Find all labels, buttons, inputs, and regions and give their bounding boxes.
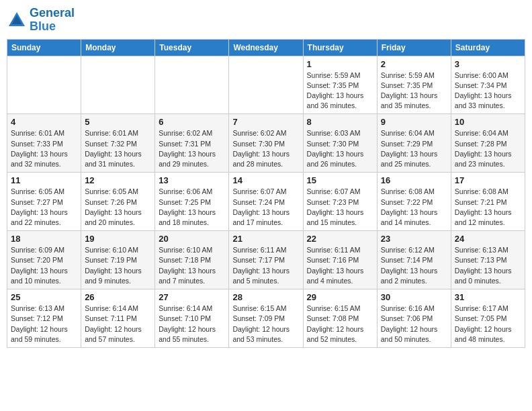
- calendar-cell: 19Sunrise: 6:10 AM Sunset: 7:19 PM Dayli…: [81, 231, 155, 289]
- day-info: Sunrise: 6:07 AM Sunset: 7:24 PM Dayligh…: [232, 187, 299, 228]
- calendar-cell: 6Sunrise: 6:02 AM Sunset: 7:31 PM Daylig…: [155, 114, 229, 173]
- calendar-week-2: 4Sunrise: 6:01 AM Sunset: 7:33 PM Daylig…: [7, 114, 525, 173]
- day-number: 16: [381, 175, 447, 185]
- day-number: 2: [381, 59, 447, 69]
- calendar-cell: 17Sunrise: 6:08 AM Sunset: 7:21 PM Dayli…: [451, 173, 525, 231]
- calendar-cell: 12Sunrise: 6:05 AM Sunset: 7:26 PM Dayli…: [81, 173, 155, 231]
- day-number: 12: [85, 175, 151, 185]
- calendar-week-5: 25Sunrise: 6:13 AM Sunset: 7:12 PM Dayli…: [7, 289, 525, 348]
- day-info: Sunrise: 6:01 AM Sunset: 7:33 PM Dayligh…: [11, 128, 77, 169]
- day-info: Sunrise: 6:05 AM Sunset: 7:27 PM Dayligh…: [11, 187, 77, 228]
- calendar-cell: 1Sunrise: 5:59 AM Sunset: 7:35 PM Daylig…: [303, 56, 377, 114]
- day-number: 21: [232, 234, 299, 244]
- day-number: 22: [307, 234, 373, 244]
- day-info: Sunrise: 6:10 AM Sunset: 7:18 PM Dayligh…: [159, 245, 225, 286]
- day-info: Sunrise: 6:14 AM Sunset: 7:11 PM Dayligh…: [85, 304, 151, 345]
- day-number: 20: [159, 234, 225, 244]
- day-info: Sunrise: 6:08 AM Sunset: 7:22 PM Dayligh…: [381, 187, 447, 228]
- day-number: 27: [159, 292, 225, 302]
- day-info: Sunrise: 6:13 AM Sunset: 7:12 PM Dayligh…: [11, 304, 77, 345]
- day-info: Sunrise: 6:02 AM Sunset: 7:30 PM Dayligh…: [232, 128, 299, 169]
- day-header-wednesday: Wednesday: [229, 39, 303, 56]
- day-header-sunday: Sunday: [7, 39, 81, 56]
- day-number: 9: [381, 117, 447, 127]
- day-number: 25: [11, 292, 77, 302]
- day-info: Sunrise: 5:59 AM Sunset: 7:35 PM Dayligh…: [381, 71, 447, 111]
- day-info: Sunrise: 6:01 AM Sunset: 7:32 PM Dayligh…: [85, 128, 151, 169]
- calendar-cell: 29Sunrise: 6:15 AM Sunset: 7:08 PM Dayli…: [303, 289, 377, 348]
- day-number: 30: [381, 292, 447, 302]
- calendar-cell: 28Sunrise: 6:15 AM Sunset: 7:09 PM Dayli…: [229, 289, 303, 348]
- day-number: 4: [11, 117, 77, 127]
- day-info: Sunrise: 6:13 AM Sunset: 7:13 PM Dayligh…: [455, 245, 521, 286]
- day-number: 15: [307, 175, 373, 185]
- logo: General Blue: [7, 7, 75, 34]
- day-info: Sunrise: 6:16 AM Sunset: 7:06 PM Dayligh…: [381, 304, 447, 345]
- calendar-cell: 7Sunrise: 6:02 AM Sunset: 7:30 PM Daylig…: [229, 114, 303, 173]
- day-info: Sunrise: 6:02 AM Sunset: 7:31 PM Dayligh…: [159, 128, 225, 169]
- day-number: 5: [85, 117, 151, 127]
- calendar-cell: 18Sunrise: 6:09 AM Sunset: 7:20 PM Dayli…: [7, 231, 81, 289]
- calendar-cell: [7, 56, 81, 114]
- day-info: Sunrise: 6:17 AM Sunset: 7:05 PM Dayligh…: [455, 304, 521, 345]
- calendar-week-1: 1Sunrise: 5:59 AM Sunset: 7:35 PM Daylig…: [7, 56, 525, 114]
- day-info: Sunrise: 6:09 AM Sunset: 7:20 PM Dayligh…: [11, 245, 77, 286]
- day-number: 28: [232, 292, 299, 302]
- day-number: 31: [455, 292, 521, 302]
- day-header-monday: Monday: [81, 39, 155, 56]
- day-number: 23: [381, 234, 447, 244]
- day-header-friday: Friday: [377, 39, 451, 56]
- day-info: Sunrise: 6:04 AM Sunset: 7:28 PM Dayligh…: [455, 128, 521, 169]
- calendar-cell: 3Sunrise: 6:00 AM Sunset: 7:34 PM Daylig…: [451, 56, 525, 114]
- day-number: 1: [307, 59, 373, 69]
- day-number: 24: [455, 234, 521, 244]
- day-info: Sunrise: 6:11 AM Sunset: 7:16 PM Dayligh…: [307, 245, 373, 286]
- day-info: Sunrise: 6:12 AM Sunset: 7:14 PM Dayligh…: [381, 245, 447, 286]
- day-number: 13: [159, 175, 225, 185]
- day-info: Sunrise: 6:06 AM Sunset: 7:25 PM Dayligh…: [159, 187, 225, 228]
- calendar-cell: 9Sunrise: 6:04 AM Sunset: 7:29 PM Daylig…: [377, 114, 451, 173]
- calendar-cell: 31Sunrise: 6:17 AM Sunset: 7:05 PM Dayli…: [451, 289, 525, 348]
- calendar-cell: 16Sunrise: 6:08 AM Sunset: 7:22 PM Dayli…: [377, 173, 451, 231]
- day-info: Sunrise: 6:07 AM Sunset: 7:23 PM Dayligh…: [307, 187, 373, 228]
- day-number: 19: [85, 234, 151, 244]
- calendar-cell: 11Sunrise: 6:05 AM Sunset: 7:27 PM Dayli…: [7, 173, 81, 231]
- calendar-cell: 8Sunrise: 6:03 AM Sunset: 7:30 PM Daylig…: [303, 114, 377, 173]
- calendar-cell: 2Sunrise: 5:59 AM Sunset: 7:35 PM Daylig…: [377, 56, 451, 114]
- calendar-cell: [155, 56, 229, 114]
- day-number: 7: [232, 117, 299, 127]
- calendar-cell: 20Sunrise: 6:10 AM Sunset: 7:18 PM Dayli…: [155, 231, 229, 289]
- calendar-cell: [81, 56, 155, 114]
- calendar-cell: 24Sunrise: 6:13 AM Sunset: 7:13 PM Dayli…: [451, 231, 525, 289]
- calendar-cell: 22Sunrise: 6:11 AM Sunset: 7:16 PM Dayli…: [303, 231, 377, 289]
- day-number: 17: [455, 175, 521, 185]
- day-info: Sunrise: 6:05 AM Sunset: 7:26 PM Dayligh…: [85, 187, 151, 228]
- calendar-cell: 4Sunrise: 6:01 AM Sunset: 7:33 PM Daylig…: [7, 114, 81, 173]
- day-header-saturday: Saturday: [451, 39, 525, 56]
- page-header: General Blue: [7, 7, 525, 34]
- day-info: Sunrise: 6:04 AM Sunset: 7:29 PM Dayligh…: [381, 128, 447, 169]
- day-info: Sunrise: 6:11 AM Sunset: 7:17 PM Dayligh…: [232, 245, 299, 286]
- day-header-thursday: Thursday: [303, 39, 377, 56]
- calendar-cell: 21Sunrise: 6:11 AM Sunset: 7:17 PM Dayli…: [229, 231, 303, 289]
- logo-text: General Blue: [30, 7, 75, 34]
- day-number: 11: [11, 175, 77, 185]
- day-info: Sunrise: 6:00 AM Sunset: 7:34 PM Dayligh…: [455, 71, 521, 111]
- calendar-cell: 26Sunrise: 6:14 AM Sunset: 7:11 PM Dayli…: [81, 289, 155, 348]
- calendar-cell: 25Sunrise: 6:13 AM Sunset: 7:12 PM Dayli…: [7, 289, 81, 348]
- calendar-cell: [229, 56, 303, 114]
- day-number: 14: [232, 175, 299, 185]
- calendar-cell: 5Sunrise: 6:01 AM Sunset: 7:32 PM Daylig…: [81, 114, 155, 173]
- day-number: 6: [159, 117, 225, 127]
- day-number: 18: [11, 234, 77, 244]
- day-number: 10: [455, 117, 521, 127]
- logo-icon: [7, 10, 27, 30]
- calendar-week-3: 11Sunrise: 6:05 AM Sunset: 7:27 PM Dayli…: [7, 173, 525, 231]
- day-info: Sunrise: 6:15 AM Sunset: 7:09 PM Dayligh…: [232, 304, 299, 345]
- calendar-cell: 13Sunrise: 6:06 AM Sunset: 7:25 PM Dayli…: [155, 173, 229, 231]
- day-number: 26: [85, 292, 151, 302]
- calendar-cell: 27Sunrise: 6:14 AM Sunset: 7:10 PM Dayli…: [155, 289, 229, 348]
- calendar-cell: 30Sunrise: 6:16 AM Sunset: 7:06 PM Dayli…: [377, 289, 451, 348]
- day-info: Sunrise: 6:08 AM Sunset: 7:21 PM Dayligh…: [455, 187, 521, 228]
- calendar-cell: 23Sunrise: 6:12 AM Sunset: 7:14 PM Dayli…: [377, 231, 451, 289]
